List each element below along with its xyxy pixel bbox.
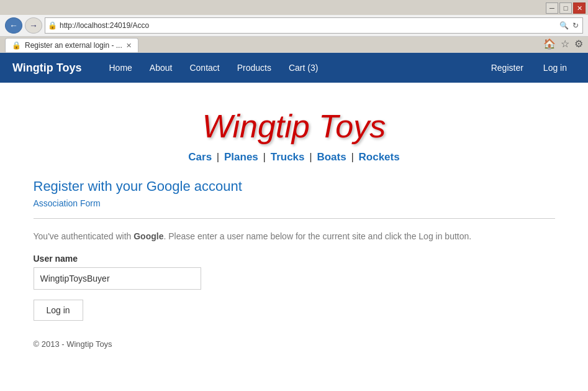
nav-cart[interactable]: Cart (3)	[280, 54, 327, 81]
auth-prefix: You've authenticated with	[34, 231, 134, 241]
address-icon: 🔒	[48, 21, 57, 30]
page-title: Register with your Google account	[34, 178, 555, 195]
nav-register[interactable]: Register	[482, 54, 532, 81]
section-divider	[34, 218, 555, 219]
home-icon[interactable]: 🏠	[543, 38, 556, 50]
back-button[interactable]: ←	[5, 17, 22, 34]
close-button[interactable]: ✕	[573, 2, 586, 14]
tab-label: Register an external login - ...	[25, 41, 122, 50]
site-logo-text: Wingtip Toys	[202, 108, 386, 144]
active-tab[interactable]: 🔒 Register an external login - ... ✕	[5, 38, 138, 52]
browser-chrome: ─ □ ✕ ← → 🔒 http://localhost:24019/Acco …	[0, 0, 588, 53]
category-links: Cars | Planes | Trucks | Boats | Rockets	[34, 151, 555, 163]
tab-close-button[interactable]: ✕	[126, 42, 132, 50]
address-text: http://localhost:24019/Acco	[60, 21, 556, 30]
nav-home[interactable]: Home	[101, 54, 141, 81]
footer-text: © 2013 - Wingtip Toys	[34, 339, 112, 349]
nav-about[interactable]: About	[141, 54, 181, 81]
login-button[interactable]: Log in	[34, 300, 83, 321]
site-logo: Wingtip Toys	[34, 108, 555, 145]
browser-toolbar: ← → 🔒 http://localhost:24019/Acco 🔍 ↻	[0, 15, 588, 37]
nav-login[interactable]: Log in	[535, 54, 576, 81]
site-nav: Wingtip Toys Home About Contact Products…	[0, 53, 588, 83]
sep-1: |	[217, 151, 219, 163]
forward-button[interactable]: →	[25, 17, 42, 34]
address-actions: 🔍 ↻	[558, 21, 580, 30]
nav-contact[interactable]: Contact	[181, 54, 228, 81]
tab-icon: 🔒	[12, 41, 21, 50]
page-content: Wingtip Toys Cars | Planes | Trucks | Bo…	[15, 83, 574, 374]
auth-message: You've authenticated with Google. Please…	[34, 231, 555, 241]
search-button[interactable]: 🔍	[558, 21, 570, 30]
auth-provider: Google	[133, 231, 163, 241]
username-group: User name	[34, 254, 555, 290]
settings-icon[interactable]: ⚙	[574, 38, 583, 50]
nav-links: Home About Contact Products Cart (3)	[101, 54, 482, 81]
category-cars[interactable]: Cars	[188, 151, 212, 163]
refresh-button[interactable]: ↻	[571, 21, 580, 30]
username-input[interactable]	[34, 267, 201, 290]
category-planes[interactable]: Planes	[224, 151, 258, 163]
page-footer: © 2013 - Wingtip Toys	[34, 321, 555, 361]
sep-4: |	[351, 151, 353, 163]
site-brand[interactable]: Wingtip Toys	[12, 62, 82, 75]
nav-products[interactable]: Products	[228, 54, 280, 81]
category-boats[interactable]: Boats	[317, 151, 346, 163]
category-trucks[interactable]: Trucks	[271, 151, 305, 163]
auth-suffix: . Please enter a user name below for the…	[163, 231, 471, 241]
tab-bar: 🔒 Register an external login - ... ✕ 🏠 ☆…	[0, 37, 588, 52]
sep-2: |	[263, 151, 266, 163]
star-icon[interactable]: ☆	[561, 38, 569, 50]
title-bar: ─ □ ✕	[0, 0, 588, 15]
assoc-form-label: Association Form	[34, 198, 555, 208]
category-rockets[interactable]: Rockets	[359, 151, 400, 163]
minimize-button[interactable]: ─	[546, 2, 558, 14]
sep-3: |	[309, 151, 312, 163]
username-label: User name	[34, 254, 555, 264]
address-bar[interactable]: 🔒 http://localhost:24019/Acco 🔍 ↻	[45, 17, 583, 34]
maximize-button[interactable]: □	[559, 2, 572, 14]
nav-right: Register Log in	[482, 54, 576, 81]
